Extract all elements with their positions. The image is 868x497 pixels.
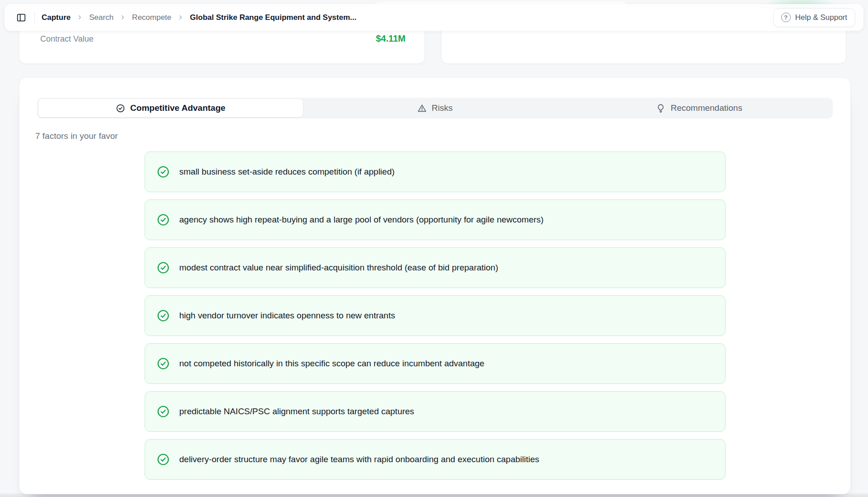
- panel-left-icon: [16, 13, 26, 23]
- chevron-right-icon: [119, 14, 126, 21]
- factor-text: high vendor turnover indicates openness …: [179, 310, 395, 321]
- topbar-divider: [34, 12, 35, 23]
- warning-triangle-icon: [417, 104, 427, 113]
- breadcrumb-item-recompete[interactable]: Recompete: [132, 13, 171, 22]
- factor-card: modest contract value near simplified-ac…: [145, 247, 726, 288]
- check-circle-icon: [116, 104, 125, 113]
- breadcrumb-item-search[interactable]: Search: [89, 13, 113, 22]
- factor-text: modest contract value near simplified-ac…: [179, 262, 499, 273]
- breadcrumb-item-capture[interactable]: Capture: [42, 13, 71, 22]
- factor-text: predictable NAICS/PSC alignment supports…: [179, 406, 415, 417]
- factor-card: high vendor turnover indicates openness …: [145, 295, 726, 336]
- contract-value-label: Contract Value: [40, 34, 94, 44]
- factor-card: small business set-aside reduces competi…: [145, 151, 726, 192]
- lightbulb-icon: [656, 104, 665, 113]
- tab-label: Risks: [432, 103, 453, 113]
- factors-list: small business set-aside reduces competi…: [145, 151, 726, 480]
- check-circle-icon: [157, 213, 170, 226]
- chevron-right-icon: [177, 14, 184, 21]
- factor-text: delivery-order structure may favor agile…: [179, 454, 539, 465]
- contract-value-amount: $4.11M: [376, 33, 406, 44]
- top-bar: Capture Search Recompete Global Strike R…: [5, 4, 863, 31]
- factor-text: not competed historically in this specif…: [179, 358, 485, 369]
- check-circle-icon: [157, 166, 170, 178]
- question-circle-icon: ?: [781, 13, 791, 22]
- tab-label: Recommendations: [670, 103, 742, 113]
- check-circle-icon: [157, 261, 170, 274]
- factor-text: small business set-aside reduces competi…: [179, 166, 395, 177]
- tab-label: Competitive Advantage: [130, 103, 225, 113]
- check-circle-icon: [157, 405, 170, 418]
- check-circle-icon: [157, 453, 170, 466]
- tab-recommendations[interactable]: Recommendations: [567, 99, 831, 117]
- sidebar-toggle-button[interactable]: [13, 9, 30, 26]
- analysis-tab-strip: Competitive Advantage Risks Recommenda: [37, 98, 833, 118]
- tab-risks[interactable]: Risks: [303, 99, 567, 117]
- factor-card: predictable NAICS/PSC alignment supports…: [145, 391, 726, 432]
- check-circle-icon: [157, 309, 170, 322]
- check-circle-icon: [157, 357, 170, 370]
- help-support-button[interactable]: ? Help & Support: [773, 8, 855, 27]
- tab-competitive-advantage[interactable]: Competitive Advantage: [38, 99, 303, 117]
- factors-count-subtitle: 7 factors in your favor: [35, 131, 850, 141]
- factor-text: agency shows high repeat-buying and a la…: [179, 214, 544, 225]
- factor-card: delivery-order structure may favor agile…: [145, 439, 726, 480]
- breadcrumb-current-page: Global Strike Range Equipment and System…: [190, 13, 356, 22]
- factor-card: not competed historically in this specif…: [145, 343, 726, 384]
- help-support-label: Help & Support: [795, 13, 847, 22]
- chevron-right-icon: [76, 14, 83, 21]
- factor-card: agency shows high repeat-buying and a la…: [145, 199, 726, 240]
- analysis-card: Competitive Advantage Risks Recommenda: [19, 77, 851, 494]
- breadcrumb: Capture Search Recompete Global Strike R…: [42, 13, 356, 22]
